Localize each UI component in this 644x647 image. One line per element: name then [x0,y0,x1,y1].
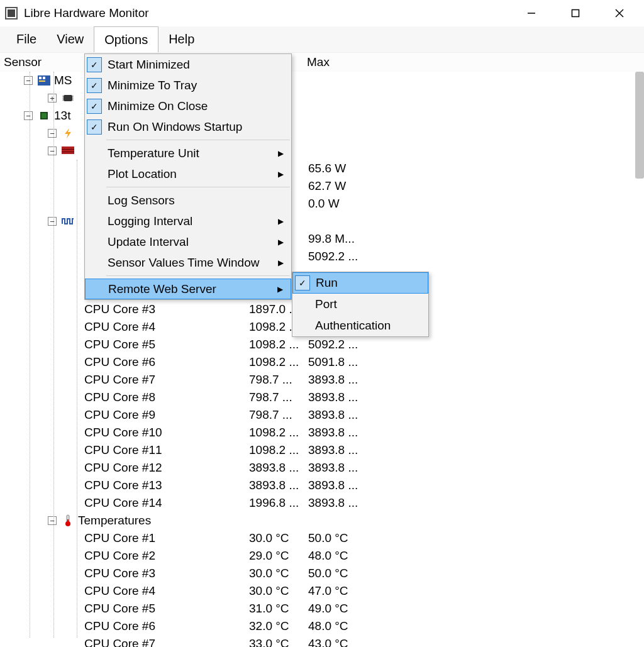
menu-sensor-values-time-window[interactable]: Sensor Values Time Window ▶ [85,252,291,273]
sensor-label: CPU Core #13 [84,478,162,492]
expand-icon[interactable]: + [48,94,57,102]
sensor-label: CPU Core #1 [84,531,155,545]
sensor-value: 798.7 ... [249,390,309,404]
tree-label: MS [54,74,72,87]
submenu-arrow-icon: ▶ [278,238,284,246]
remote-web-server-submenu: ✓ Run Port Authentication [292,272,429,337]
sensor-label: CPU Core #6 [84,619,155,633]
collapse-icon[interactable]: − [24,76,33,85]
menu-label: Log Sensors [108,194,175,207]
tree-guide [53,72,54,638]
sensor-value: 30.0 °C [249,584,309,598]
sensor-label: CPU Core #5 [84,338,155,351]
sensor-label: CPU Core #5 [84,602,155,616]
sensor-max: 50.0 °C [308,567,369,580]
svg-rect-8 [43,77,45,79]
sensor-max: 0.0 W [308,197,369,211]
submenu-authentication[interactable]: Authentication [292,315,428,336]
table-row[interactable]: CPU Core #430.0 °C47.0 °C [0,582,644,600]
close-button[interactable] [610,4,629,23]
collapse-icon[interactable]: − [48,516,57,525]
table-row[interactable]: CPU Core #133893.8 ...3893.8 ... [0,477,644,494]
sensor-label: CPU Core #12 [84,461,162,475]
submenu-arrow-icon: ▶ [278,258,284,267]
menu-remote-web-server[interactable]: Remote Web Server ▶ [85,279,291,299]
table-row[interactable]: CPU Core #101098.2 ...3893.8 ... [0,424,644,441]
sensor-value: 1098.2 ... [249,443,309,457]
table-row[interactable]: CPU Core #9798.7 ...3893.8 ... [0,406,644,424]
menu-label: Plot Location [108,167,177,181]
menu-label: Remote Web Server [108,282,216,296]
tree-label: 13t [54,109,70,123]
table-row[interactable]: CPU Core #7798.7 ...3893.8 ... [0,371,644,389]
table-row[interactable]: CPU Core #130.0 °C50.0 °C [0,529,644,547]
menu-label: Run [316,276,338,290]
menu-file[interactable]: File [6,26,47,52]
vertical-scrollbar[interactable] [635,72,644,179]
menu-minimize-on-close[interactable]: ✓ Minimize On Close [85,96,291,116]
menu-run-on-startup[interactable]: ✓ Run On Windows Startup [85,116,291,137]
svg-marker-19 [65,128,71,138]
menu-label: Sensor Values Time Window [108,256,259,270]
submenu-run[interactable]: ✓ Run [292,272,428,294]
check-icon: ✓ [87,57,102,72]
submenu-port[interactable]: Port [292,294,428,315]
menu-help[interactable]: Help [158,26,204,52]
tree-label: Temperatures [78,514,151,528]
menu-label: Authentication [315,319,391,333]
menu-label: Temperature Unit [108,147,199,160]
sensor-max: 3893.8 ... [308,390,369,404]
maximize-button[interactable] [566,4,585,23]
sensor-value: 33.0 °C [249,637,309,647]
menu-label: Port [315,297,337,311]
table-row[interactable]: CPU Core #531.0 °C49.0 °C [0,600,644,617]
sensor-value: 31.0 °C [249,602,309,616]
sensor-max: 65.6 W [308,162,369,175]
menu-view[interactable]: View [47,26,94,52]
menu-temperature-unit[interactable]: Temperature Unit ▶ [85,143,291,163]
svg-rect-20 [62,147,74,154]
sensor-max: 99.8 M... [308,232,369,246]
menu-plot-location[interactable]: Plot Location ▶ [85,163,291,184]
sensor-value: 3893.8 ... [249,461,309,475]
column-max[interactable]: Max [307,55,330,69]
menu-logging-interval[interactable]: Logging Interval ▶ [85,211,291,231]
minimize-button[interactable] [522,4,541,23]
collapse-icon[interactable]: − [48,217,57,226]
menu-label: Logging Interval [108,214,192,228]
menu-start-minimized[interactable]: ✓ Start Minimized [85,54,291,75]
app-icon [5,7,18,19]
table-row[interactable]: CPU Core #141996.8 ...3893.8 ... [0,494,644,512]
menu-options[interactable]: Options [94,26,158,52]
sensor-max: 3893.8 ... [308,443,369,457]
table-row[interactable]: CPU Core #733.0 °C43.0 °C [0,635,644,647]
submenu-arrow-icon: ▶ [278,149,284,158]
table-row[interactable]: CPU Core #51098.2 ...5092.2 ... [0,336,644,353]
sensor-label: CPU Core #3 [84,302,155,316]
table-row[interactable]: CPU Core #61098.2 ...5091.8 ... [0,353,644,371]
table-row[interactable]: CPU Core #632.0 °C48.0 °C [0,617,644,635]
sensor-label: CPU Core #3 [84,567,155,580]
table-row[interactable]: CPU Core #330.0 °C50.0 °C [0,565,644,582]
sensor-label: CPU Core #9 [84,408,155,422]
collapse-icon[interactable]: − [48,147,57,155]
collapse-icon[interactable]: − [24,111,33,120]
menu-update-interval[interactable]: Update Interval ▶ [85,231,291,252]
table-row[interactable]: CPU Core #229.0 °C48.0 °C [0,547,644,565]
sensor-max: 48.0 °C [308,549,369,563]
sensor-max: 3893.8 ... [308,478,369,492]
menu-minimize-to-tray[interactable]: ✓ Minimize To Tray [85,75,291,96]
chip-icon [60,92,75,104]
tree-row-temperatures[interactable]: − Temperatures [0,512,644,529]
menu-separator [106,275,290,276]
memory-icon [60,145,75,157]
menu-log-sensors[interactable]: Log Sensors [85,190,291,211]
table-row[interactable]: CPU Core #111098.2 ...3893.8 ... [0,441,644,459]
clock-signal-icon [60,215,75,228]
svg-rect-22 [62,152,74,152]
table-row[interactable]: CPU Core #123893.8 ...3893.8 ... [0,459,644,477]
sensor-label: CPU Core #6 [84,355,155,369]
collapse-icon[interactable]: − [48,129,57,138]
sensor-max: 3893.8 ... [308,408,369,422]
table-row[interactable]: CPU Core #8798.7 ...3893.8 ... [0,389,644,406]
